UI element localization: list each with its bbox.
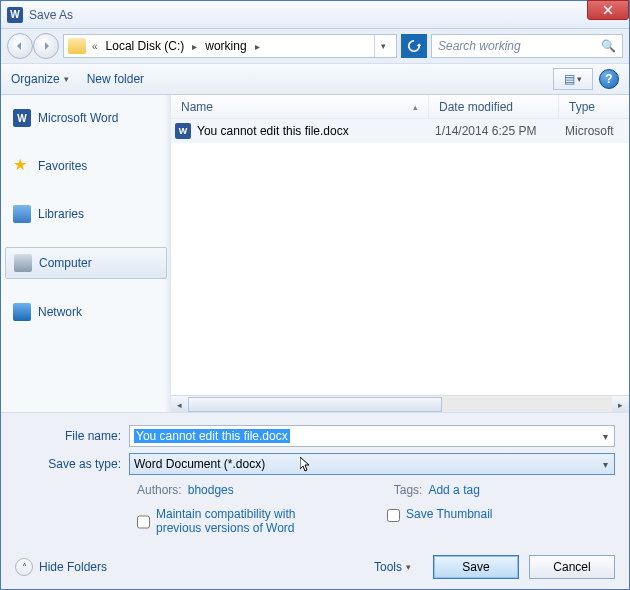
sidebar-item-word[interactable]: W Microsoft Word [5, 103, 167, 133]
save-type-value: Word Document (*.docx) [134, 457, 265, 471]
breadcrumb-dropdown[interactable]: ▾ [374, 35, 392, 57]
libraries-icon [13, 205, 31, 223]
cursor-icon [300, 457, 316, 473]
scroll-track[interactable] [188, 397, 612, 412]
breadcrumb-folder[interactable]: working [201, 37, 250, 55]
save-thumbnail-checkbox[interactable]: Save Thumbnail [387, 507, 493, 522]
file-type-cell: Microsoft [555, 124, 625, 138]
column-name[interactable]: Name ▴ [171, 95, 429, 118]
main-area: W Microsoft Word ★ Favorites Libraries C… [1, 95, 629, 412]
file-name-value: You cannot edit this file.docx [134, 429, 290, 443]
help-button[interactable]: ? [599, 69, 619, 89]
folder-icon [68, 38, 86, 54]
computer-icon [14, 254, 32, 272]
refresh-icon [407, 39, 421, 53]
bottom-panel: File name: You cannot edit this file.doc… [1, 412, 629, 589]
file-row[interactable]: W You cannot edit this file.docx 1/14/20… [171, 119, 629, 143]
search-input[interactable]: Search working 🔍 [431, 34, 623, 58]
scroll-right-arrow[interactable]: ▸ [612, 396, 629, 413]
nav-bar: « Local Disk (C:) ▸ working ▸ ▾ Search w… [1, 29, 629, 63]
authors-label: Authors: [137, 483, 182, 497]
sidebar-item-libraries[interactable]: Libraries [5, 199, 167, 229]
sidebar-item-favorites[interactable]: ★ Favorites [5, 151, 167, 181]
file-name-cell: You cannot edit this file.docx [197, 124, 425, 138]
tags-field[interactable]: Tags: Add a tag [394, 483, 480, 497]
column-headers: Name ▴ Date modified Type [171, 95, 629, 119]
docx-icon: W [175, 123, 191, 139]
title-bar: W Save As [1, 1, 629, 29]
close-button[interactable] [587, 0, 629, 20]
star-icon: ★ [13, 157, 31, 175]
hide-folders-button[interactable]: ˄ Hide Folders [15, 558, 107, 576]
file-date-cell: 1/14/2014 6:25 PM [425, 124, 555, 138]
save-thumbnail-input[interactable] [387, 509, 400, 522]
title-text: Save As [29, 8, 73, 22]
tags-label: Tags: [394, 483, 423, 497]
forward-button[interactable] [33, 33, 59, 59]
organize-button[interactable]: Organize ▾ [11, 72, 69, 86]
breadcrumb-root: « [90, 41, 100, 52]
new-folder-button[interactable]: New folder [87, 72, 144, 86]
chevron-right-icon: ▸ [253, 41, 262, 52]
file-name-label: File name: [15, 429, 129, 443]
scroll-left-arrow[interactable]: ◂ [171, 396, 188, 413]
tools-dropdown[interactable]: Tools ▾ [374, 560, 411, 574]
sidebar: W Microsoft Word ★ Favorites Libraries C… [1, 95, 171, 412]
breadcrumb[interactable]: « Local Disk (C:) ▸ working ▸ ▾ [63, 34, 397, 58]
toolbar: Organize ▾ New folder ▤▾ ? [1, 63, 629, 95]
search-placeholder: Search working [438, 39, 521, 53]
arrow-left-icon [15, 41, 25, 51]
authors-value: bhodges [188, 483, 234, 497]
save-as-dialog: W Save As « Local Disk (C:) ▸ working ▸ … [0, 0, 630, 590]
file-name-input[interactable]: You cannot edit this file.docx [129, 425, 615, 447]
chevron-right-icon: ▸ [190, 41, 199, 52]
refresh-button[interactable] [401, 34, 427, 58]
search-icon: 🔍 [601, 39, 616, 53]
sidebar-item-computer[interactable]: Computer [5, 247, 167, 279]
footer: ˄ Hide Folders Tools ▾ Save Cancel [15, 547, 615, 579]
word-icon: W [7, 7, 23, 23]
file-list: Name ▴ Date modified Type W You cannot e… [171, 95, 629, 412]
save-type-dropdown[interactable]: Word Document (*.docx) [129, 453, 615, 475]
back-button[interactable] [7, 33, 33, 59]
horizontal-scrollbar[interactable]: ◂ ▸ [171, 395, 629, 412]
sidebar-item-network[interactable]: Network [5, 297, 167, 327]
column-date[interactable]: Date modified [429, 95, 559, 118]
word-icon: W [13, 109, 31, 127]
maintain-compat-checkbox[interactable]: Maintain compatibility with previous ver… [137, 507, 307, 535]
view-icon: ▤ [564, 72, 575, 86]
arrow-right-icon [41, 41, 51, 51]
authors-field[interactable]: Authors: bhodges [137, 483, 234, 497]
cancel-button[interactable]: Cancel [529, 555, 615, 579]
save-button[interactable]: Save [433, 555, 519, 579]
network-icon [13, 303, 31, 321]
maintain-compat-input[interactable] [137, 509, 150, 535]
chevron-up-icon: ˄ [15, 558, 33, 576]
file-list-body: W You cannot edit this file.docx 1/14/20… [171, 119, 629, 395]
save-type-label: Save as type: [15, 457, 129, 471]
close-icon [603, 5, 613, 15]
tags-value: Add a tag [428, 483, 479, 497]
column-type[interactable]: Type [559, 95, 629, 118]
scroll-thumb[interactable] [188, 397, 442, 412]
breadcrumb-drive[interactable]: Local Disk (C:) [102, 37, 189, 55]
view-mode-button[interactable]: ▤▾ [553, 68, 593, 90]
